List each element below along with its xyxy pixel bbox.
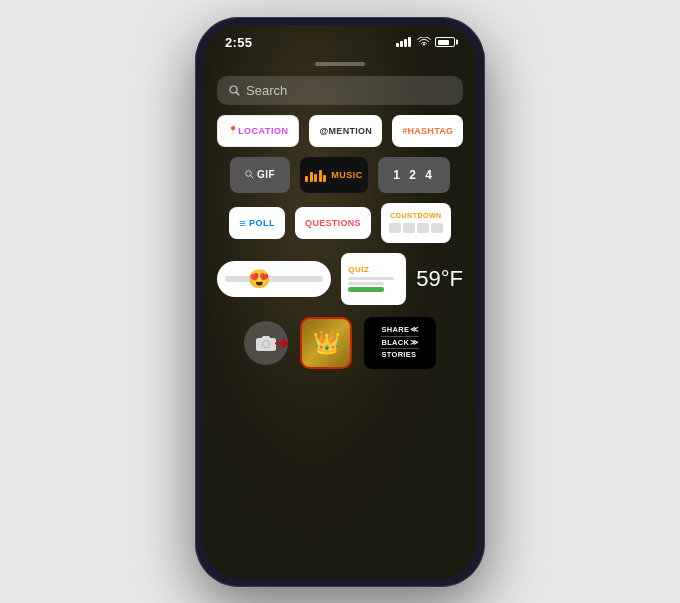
- music-sticker[interactable]: MUSIC: [300, 157, 368, 193]
- countdown-boxes: [389, 223, 443, 233]
- music-label: MUSIC: [331, 170, 363, 180]
- location-pin-icon: 📍: [228, 126, 239, 135]
- search-icon: [229, 85, 240, 96]
- emoji-thumb: 😍: [248, 268, 270, 290]
- gif-search-icon: [245, 170, 254, 179]
- poll-sticker[interactable]: ≡ POLL: [229, 207, 285, 239]
- svg-point-0: [230, 86, 237, 93]
- music-bars-icon: [305, 168, 326, 182]
- temperature-sticker[interactable]: 59°F: [416, 266, 463, 292]
- share-line-3: STORIES: [381, 350, 416, 360]
- location-sticker[interactable]: 📍 LOCATION: [217, 115, 300, 147]
- hashtag-label: #HASHTAG: [402, 126, 453, 136]
- share-black-stories-sticker[interactable]: SHARE ≪ BLACK ≫ STORIES: [364, 317, 436, 369]
- counter-label: 1 2 4: [393, 168, 435, 182]
- emoji-slider-sticker[interactable]: 😍: [217, 261, 331, 297]
- status-icons: [396, 37, 455, 47]
- share-text: SHARE ≪ BLACK ≫ STORIES: [381, 325, 418, 360]
- slider-track: 😍: [225, 276, 323, 282]
- phone-frame: 2:55: [195, 17, 485, 587]
- battery-icon: [435, 37, 455, 47]
- crown-emoji: 👑: [313, 330, 340, 356]
- bottom-row: ➜ 👑 SHARE ≪ BLACK ≫ STORIES: [203, 309, 477, 381]
- crown-sticker[interactable]: ➜ 👑: [300, 317, 352, 369]
- red-arrow-icon: ➜: [274, 332, 289, 354]
- gif-label: GIF: [257, 169, 275, 180]
- signal-icon: [396, 37, 411, 47]
- countdown-label: COUNTDOWN: [390, 212, 442, 219]
- wifi-icon: [417, 37, 431, 47]
- temperature-label: 59°F: [416, 266, 463, 291]
- notch: [203, 52, 477, 70]
- phone-screen: 2:55: [203, 25, 477, 579]
- sticker-row-4: 😍 QUIZ 59°F: [217, 253, 463, 305]
- share-line-1: SHARE ≪: [381, 325, 418, 335]
- status-bar: 2:55: [203, 25, 477, 54]
- status-time: 2:55: [225, 35, 252, 50]
- countdown-sticker[interactable]: COUNTDOWN: [381, 203, 451, 243]
- mention-label: @MENTION: [319, 126, 372, 136]
- svg-line-1: [237, 92, 240, 95]
- poll-label: POLL: [249, 218, 275, 228]
- questions-label: QUESTIONS: [305, 218, 361, 228]
- stickers-grid: 📍 LOCATION @MENTION #HASHTAG GIF: [203, 115, 477, 305]
- poll-lines-icon: ≡: [239, 217, 246, 229]
- search-placeholder: Search: [246, 83, 287, 98]
- counter-sticker[interactable]: 1 2 4: [378, 157, 450, 193]
- hashtag-sticker[interactable]: #HASHTAG: [392, 115, 463, 147]
- sticker-row-3: ≡ POLL QUESTIONS COUNTDOWN: [217, 203, 463, 243]
- sticker-row-1: 📍 LOCATION @MENTION #HASHTAG: [217, 115, 463, 147]
- sticker-row-2: GIF MUSIC 1 2 4: [217, 157, 463, 193]
- camera-icon: [256, 335, 276, 351]
- mention-sticker[interactable]: @MENTION: [309, 115, 382, 147]
- gif-sticker[interactable]: GIF: [230, 157, 290, 193]
- search-bar[interactable]: Search: [217, 76, 463, 105]
- share-line-2: BLACK ≫: [381, 338, 418, 348]
- quiz-title: QUIZ: [348, 265, 369, 274]
- questions-sticker[interactable]: QUESTIONS: [295, 207, 371, 239]
- quiz-content: [348, 277, 399, 292]
- svg-line-3: [251, 176, 253, 178]
- quiz-sticker[interactable]: QUIZ: [341, 253, 406, 305]
- location-label: LOCATION: [238, 126, 288, 136]
